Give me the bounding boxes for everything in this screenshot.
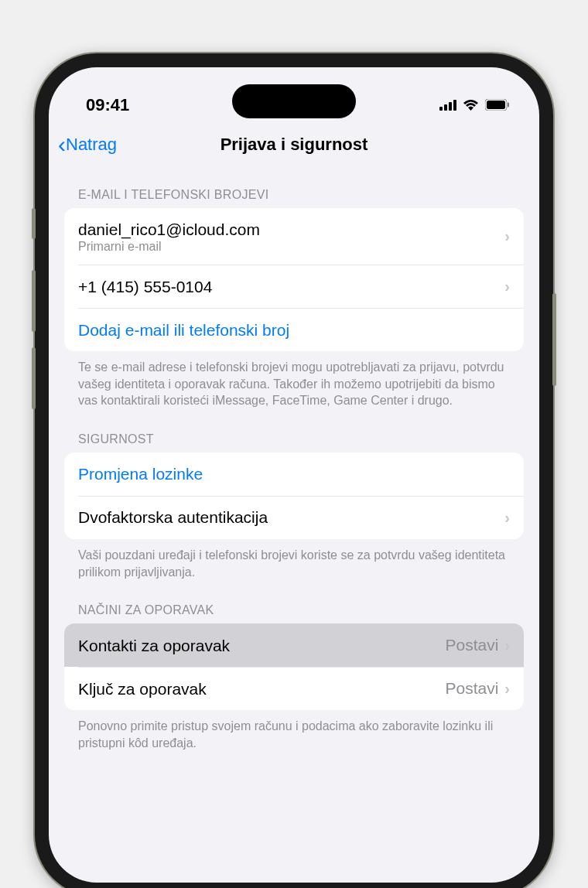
section-header-email-phone: E-MAIL I TELEFONSKI BROJEVI — [64, 168, 524, 208]
recovery-contacts-detail: Postavi — [445, 636, 498, 654]
recovery-footer: Ponovno primite pristup svojem računu i … — [64, 710, 524, 754]
status-indicators — [439, 95, 510, 115]
recovery-contacts-label: Kontakti za oporavak — [78, 635, 445, 656]
email-phone-group: daniel_rico1@icloud.com Primarni e-mail … — [64, 208, 524, 351]
chevron-right-icon: › — [504, 637, 510, 654]
chevron-left-icon: ‹ — [58, 131, 66, 158]
security-footer: Vaši pouzdani uređaji i telefonski broje… — [64, 539, 524, 583]
status-time: 09:41 — [86, 95, 129, 115]
navigation-bar: ‹ Natrag Prijava i sigurnost — [49, 125, 539, 168]
recovery-key-detail: Postavi — [445, 679, 498, 698]
chevron-right-icon: › — [504, 509, 510, 527]
phone-value: +1 (415) 555-0104 — [78, 276, 504, 297]
section-header-security: SIGURNOST — [64, 412, 524, 453]
svg-rect-6 — [508, 103, 509, 108]
email-subtitle: Primarni e-mail — [78, 240, 504, 254]
add-email-phone-label: Dodaj e-mail ili telefonski broj — [78, 319, 510, 340]
power-button — [552, 293, 556, 386]
email-value: daniel_rico1@icloud.com — [78, 219, 504, 240]
phone-screen: 09:41 ‹ Natrag Prijava i sigurnost — [49, 67, 539, 883]
dynamic-island — [232, 84, 356, 118]
wifi-icon — [463, 95, 479, 115]
volume-up-button — [32, 270, 36, 332]
svg-rect-0 — [439, 107, 443, 111]
chevron-right-icon: › — [504, 680, 510, 698]
chevron-right-icon: › — [504, 278, 510, 295]
two-factor-label: Dvofaktorska autentikacija — [78, 507, 504, 528]
change-password-label: Promjena lozinke — [78, 463, 510, 484]
battery-icon — [485, 95, 510, 115]
volume-down-button — [32, 347, 36, 409]
change-password-row[interactable]: Promjena lozinke — [64, 453, 524, 496]
phone-frame: 09:41 ‹ Natrag Prijava i sigurnost — [35, 53, 553, 888]
recovery-key-label: Ključ za oporavak — [78, 678, 445, 699]
email-phone-footer: Te se e-mail adrese i telefonski brojevi… — [64, 351, 524, 412]
phone-row[interactable]: +1 (415) 555-0104 › — [64, 265, 524, 308]
svg-rect-3 — [453, 100, 456, 111]
recovery-contacts-row[interactable]: Kontakti za oporavak Postavi › — [64, 623, 524, 667]
svg-rect-1 — [444, 104, 447, 111]
back-button[interactable]: ‹ Natrag — [58, 131, 117, 158]
recovery-group: Kontakti za oporavak Postavi › Ključ za … — [64, 623, 524, 710]
silent-switch — [32, 208, 36, 239]
back-label: Natrag — [66, 135, 117, 155]
security-group: Promjena lozinke Dvofaktorska autentikac… — [64, 453, 524, 539]
svg-rect-5 — [487, 101, 505, 109]
add-email-phone-row[interactable]: Dodaj e-mail ili telefonski broj — [64, 308, 524, 351]
email-row[interactable]: daniel_rico1@icloud.com Primarni e-mail … — [64, 208, 524, 265]
recovery-key-row[interactable]: Ključ za oporavak Postavi › — [64, 667, 524, 710]
svg-rect-2 — [449, 102, 452, 111]
section-header-recovery: NAČINI ZA OPORAVAK — [64, 583, 524, 623]
content-area: E-MAIL I TELEFONSKI BROJEVI daniel_rico1… — [49, 168, 539, 754]
two-factor-row[interactable]: Dvofaktorska autentikacija › — [64, 496, 524, 539]
cellular-signal-icon — [439, 95, 456, 115]
page-title: Prijava i sigurnost — [220, 135, 368, 155]
chevron-right-icon: › — [504, 227, 510, 245]
